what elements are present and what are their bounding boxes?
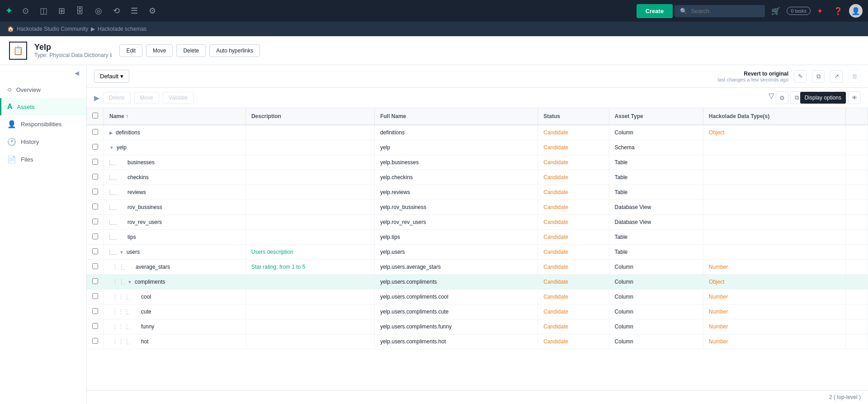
- table-row: funnyyelp.users.compliments.funnyCandida…: [87, 319, 868, 334]
- row-extra-cell: [845, 304, 868, 319]
- tasks-badge[interactable]: 0 tasks: [787, 7, 811, 15]
- delete-action-btn[interactable]: Delete: [103, 92, 131, 104]
- row-checkbox-cell: [87, 230, 104, 245]
- auto-hyperlinks-button[interactable]: Auto hyperlinks: [209, 44, 260, 57]
- row-checkbox[interactable]: [92, 159, 98, 165]
- row-name[interactable]: hot: [141, 338, 149, 345]
- breadcrumb-org[interactable]: Hackolade Studio Community: [17, 26, 88, 32]
- row-checkbox-cell: [87, 215, 104, 230]
- row-checkbox[interactable]: [92, 278, 98, 284]
- search-input[interactable]: [691, 8, 745, 14]
- user-avatar[interactable]: 👤: [849, 4, 863, 18]
- row-data-type-cell: Number: [703, 290, 845, 304]
- row-full-name-cell: yelp.users.compliments.cool: [374, 290, 538, 304]
- row-status-cell: Candidate: [538, 275, 609, 290]
- share-icon-btn[interactable]: ↗: [830, 70, 843, 83]
- row-name[interactable]: users: [127, 249, 140, 255]
- row-name[interactable]: tips: [127, 234, 136, 240]
- select-all-checkbox[interactable]: [92, 113, 98, 119]
- create-button[interactable]: Create: [637, 4, 673, 18]
- nav-activity-icon[interactable]: ⊙: [18, 3, 33, 19]
- info-icon[interactable]: ℹ: [110, 52, 112, 58]
- expand-icon[interactable]: ▶: [94, 94, 99, 102]
- row-name[interactable]: average_stars: [136, 264, 170, 270]
- row-name[interactable]: checkins: [127, 174, 149, 181]
- row-checkbox[interactable]: [92, 233, 98, 239]
- nav-layers-icon[interactable]: ◫: [35, 3, 52, 19]
- nav-database-icon[interactable]: 🗄: [71, 4, 89, 19]
- table-row: ▶definitionsdefinitionsCandidateColumnOb…: [87, 125, 868, 140]
- view-toggle-btn[interactable]: 👁: [848, 91, 861, 104]
- sidebar-item-assets[interactable]: A Assets: [0, 98, 86, 115]
- delete-icon-btn[interactable]: 🗑: [848, 70, 861, 83]
- row-count: 2 ( top-level ): [829, 394, 861, 400]
- row-checkbox[interactable]: [92, 204, 98, 209]
- row-checkbox[interactable]: [92, 338, 98, 344]
- row-full-name-cell: yelp.rov_rev_users: [374, 215, 538, 230]
- edit-icon-btn[interactable]: ✎: [794, 70, 807, 83]
- validate-action-btn[interactable]: Validate: [163, 92, 193, 104]
- row-name[interactable]: cute: [141, 309, 151, 315]
- row-checkbox-cell: [87, 125, 104, 140]
- row-checkbox[interactable]: [92, 248, 98, 254]
- row-name[interactable]: reviews: [127, 189, 146, 195]
- row-name[interactable]: yelp: [117, 144, 127, 151]
- row-name-cell: ▶definitions: [104, 125, 246, 140]
- view-icon1[interactable]: ⚙: [776, 91, 788, 104]
- row-name[interactable]: rov_bussiness: [127, 204, 162, 210]
- edit-button[interactable]: Edit: [119, 44, 142, 57]
- row-checkbox[interactable]: [92, 174, 98, 180]
- table-row: ▼usersUsers descriptionyelp.usersCandida…: [87, 245, 868, 260]
- default-dropdown[interactable]: Default ▾: [94, 70, 129, 83]
- sidebar-item-responsibilities[interactable]: 👤 Responsibilities: [0, 115, 86, 133]
- th-description: Description: [245, 108, 374, 125]
- row-status-cell: Candidate: [538, 334, 609, 349]
- sidebar-item-overview[interactable]: ○ Overview: [0, 81, 86, 98]
- row-name[interactable]: rov_rev_users: [127, 219, 162, 225]
- nav-settings-icon[interactable]: ⚙: [144, 3, 160, 19]
- cart-icon[interactable]: 🛒: [767, 4, 785, 18]
- assets-table: Name ↑ Description Full Name Status Asse…: [87, 108, 868, 349]
- row-full-name-cell: definitions: [374, 125, 538, 140]
- row-checkbox[interactable]: [92, 293, 98, 299]
- row-checkbox[interactable]: [92, 323, 98, 329]
- delete-button[interactable]: Delete: [176, 44, 206, 57]
- nav-bell-icon[interactable]: ◎: [90, 3, 107, 19]
- filter-icon[interactable]: ▽: [769, 91, 774, 104]
- breadcrumb-schema[interactable]: Hackolade schemas: [98, 26, 146, 32]
- sidebar-item-files[interactable]: 📄 Files: [0, 151, 86, 168]
- nav-list-icon[interactable]: ☰: [126, 3, 142, 19]
- row-data-type-cell: [703, 170, 845, 185]
- nav-grid-icon[interactable]: ⊞: [54, 3, 70, 19]
- row-name[interactable]: businesses: [127, 159, 155, 166]
- row-checkbox[interactable]: [92, 308, 98, 314]
- row-checkbox[interactable]: [92, 219, 98, 224]
- sidebar: ◀ ○ Overview A Assets 👤 Responsibilities…: [0, 65, 87, 404]
- row-checkbox-cell: [87, 334, 104, 349]
- row-name[interactable]: funny: [141, 323, 154, 330]
- row-checkbox-cell: [87, 319, 104, 334]
- row-checkbox[interactable]: [92, 144, 98, 150]
- sidebar-item-history[interactable]: 🕐 History: [0, 133, 86, 151]
- row-data-type-cell: [703, 230, 845, 245]
- row-checkbox[interactable]: [92, 263, 98, 269]
- row-checkbox-cell: [87, 290, 104, 304]
- row-checkbox[interactable]: [92, 129, 98, 135]
- display-options-btn[interactable]: ⊟ Display options: [834, 91, 846, 104]
- row-description-cell: [245, 304, 374, 319]
- row-name[interactable]: compliments: [135, 279, 165, 285]
- row-name[interactable]: definitions: [116, 129, 140, 136]
- sidebar-assets-label: Assets: [17, 104, 35, 110]
- nav-connect-icon[interactable]: ⟲: [108, 3, 124, 19]
- row-extra-cell: [845, 230, 868, 245]
- move-button[interactable]: Move: [146, 44, 173, 57]
- copy-icon-btn[interactable]: ⧉: [812, 70, 825, 83]
- row-name[interactable]: cool: [141, 294, 151, 300]
- row-checkbox[interactable]: [92, 189, 98, 195]
- row-description-cell: [245, 125, 374, 140]
- app-logo: ✦: [5, 6, 12, 16]
- sidebar-toggle[interactable]: ◀: [67, 65, 86, 81]
- help-icon[interactable]: ❓: [829, 4, 847, 18]
- row-status-cell: Candidate: [538, 260, 609, 275]
- move-action-btn[interactable]: Move: [134, 92, 159, 104]
